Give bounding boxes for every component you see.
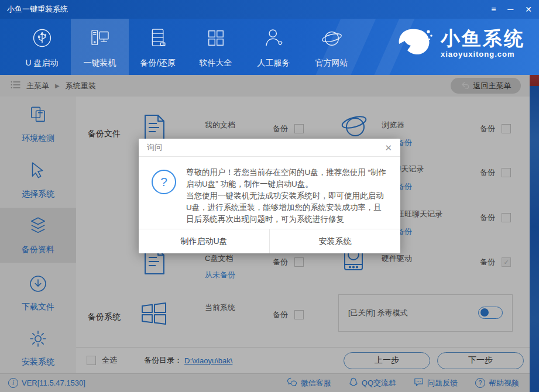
close-icon[interactable]: ✕ (525, 5, 532, 13)
minimize-icon[interactable]: ─ (507, 5, 513, 13)
main-nav: U 盘启动 一键装机 备份/还原 (0, 19, 539, 75)
dialog-footer: 制作启动U盘 安装系统 (139, 229, 400, 253)
dialog-message-p2: 当您使用一键装机无法成功安装系统时，即可使用此启动U盘，进行系统重装，能够增加您… (186, 190, 389, 225)
brand-subtitle: xiaoyuxitong.com (441, 50, 525, 59)
question-mark-icon: ? (152, 170, 176, 194)
window-title: 小鱼一键重装系统 (7, 0, 68, 19)
dialog-message-p1: 尊敬的用户！若您当前存在空闲的U盘，推荐您使用 “制作启动U盘” 功能，制作一键… (186, 167, 389, 190)
dialog-header: 询问 ✕ (139, 139, 400, 157)
dialog-message: 尊敬的用户！若您当前存在空闲的U盘，推荐您使用 “制作启动U盘” 功能，制作一键… (186, 167, 389, 225)
nav-item-label: 官方网站 (315, 58, 348, 68)
brand-title: 小鱼系统 (441, 28, 525, 49)
server-icon (146, 26, 170, 53)
nav-item-support[interactable]: 人工服务 (245, 19, 303, 75)
dialog-title: 询问 (147, 142, 162, 153)
nav-item-backup-restore[interactable]: 备份/还原 (129, 19, 187, 75)
grid-icon (204, 26, 228, 53)
nav-item-label: 人工服务 (258, 58, 290, 68)
titlebar: 小鱼一键重装系统 ≡ ─ ✕ (0, 0, 539, 19)
usb-icon (30, 26, 54, 53)
install-system-button[interactable]: 安装系统 (270, 229, 400, 253)
window-controls: ≡ ─ ✕ (491, 0, 532, 19)
nav-items: U 盘启动 一键装机 备份/还原 (13, 19, 361, 75)
computer-icon (88, 26, 112, 53)
person-icon (262, 26, 286, 53)
nav-item-usb-boot[interactable]: U 盘启动 (13, 19, 71, 75)
menu-icon[interactable]: ≡ (491, 5, 496, 13)
nav-item-label: 一键装机 (84, 58, 116, 68)
dialog-close-icon[interactable]: ✕ (384, 143, 392, 152)
globe-icon (320, 26, 344, 53)
fish-logo-icon (395, 26, 434, 61)
inquiry-dialog: 询问 ✕ ? 尊敬的用户！若您当前存在空闲的U盘，推荐您使用 “制作启动U盘” … (139, 139, 400, 253)
nav-item-software[interactable]: 软件大全 (187, 19, 245, 75)
nav-item-label: U 盘启动 (26, 58, 59, 68)
app-window: 小鱼一键重装系统 ≡ ─ ✕ U 盘启动 (0, 0, 539, 392)
nav-item-website[interactable]: 官方网站 (303, 19, 361, 75)
dialog-body: ? 尊敬的用户！若您当前存在空闲的U盘，推荐您使用 “制作启动U盘” 功能，制作… (139, 157, 400, 225)
make-boot-usb-button[interactable]: 制作启动U盘 (139, 229, 270, 253)
nav-item-one-key-install[interactable]: 一键装机 (71, 19, 129, 75)
nav-item-label: 软件大全 (200, 58, 232, 68)
nav-item-label: 备份/还原 (140, 58, 176, 68)
brand-logo: 小鱼系统 xiaoyuxitong.com (395, 26, 525, 61)
